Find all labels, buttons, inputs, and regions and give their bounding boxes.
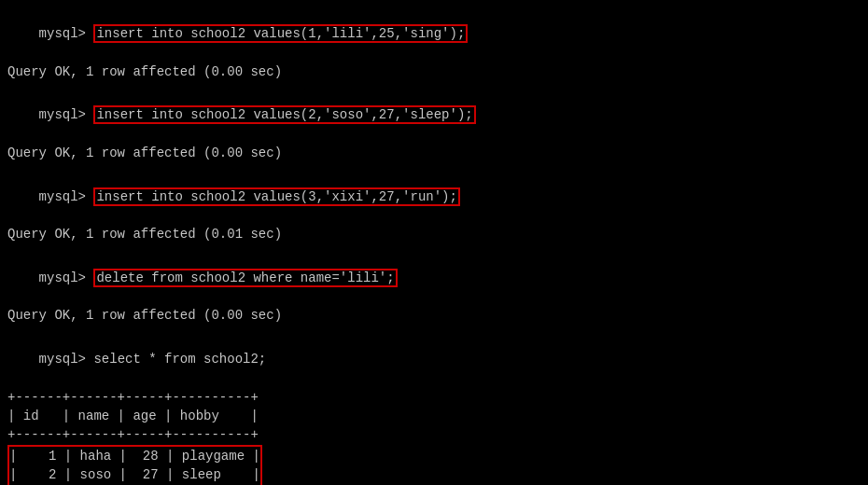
table-row-2: | 2 | soso | 27 | sleep |	[9, 465, 260, 484]
cmd-highlight-3: insert into school2 values(3,'xixi',27,'…	[93, 187, 459, 206]
cmd-5: select * from school2;	[93, 352, 266, 367]
table-header-row: | id | name | age | hobby |	[7, 407, 861, 425]
table-row-1: | 1 | haha | 28 | playgame |	[9, 447, 260, 465]
table-border-top: +------+------+-----+----------+	[7, 388, 861, 407]
command-line-5: mysql> select * from school2;	[7, 331, 861, 388]
terminal-window: mysql> insert into school2 values(1,'lil…	[7, 6, 861, 479]
command-line-2: mysql> insert into school2 values(2,'sos…	[7, 87, 861, 144]
command-line-3: mysql> insert into school2 values(3,'xix…	[7, 168, 861, 225]
result-4: Query OK, 1 row affected (0.00 sec)	[7, 306, 861, 325]
prompt-3: mysql>	[39, 189, 94, 204]
table-data-highlighted: | 1 | haha | 28 | playgame | | 2 | soso …	[7, 445, 262, 485]
cmd-highlight-1: insert into school2 values(1,'lili',25,'…	[93, 24, 468, 43]
command-line-1: mysql> insert into school2 values(1,'lil…	[7, 6, 861, 62]
prompt-4: mysql>	[39, 270, 94, 285]
result-3: Query OK, 1 row affected (0.01 sec)	[7, 225, 861, 243]
prompt-1: mysql>	[39, 26, 94, 41]
result-2: Query OK, 1 row affected (0.00 sec)	[7, 144, 861, 162]
table-border-header: +------+------+-----+----------+	[7, 425, 861, 444]
cmd-highlight-2: insert into school2 values(2,'soso',27,'…	[93, 105, 475, 124]
command-line-4: mysql> delete from school2 where name='l…	[7, 250, 861, 307]
result-1: Query OK, 1 row affected (0.00 sec)	[7, 62, 861, 81]
prompt-2: mysql>	[39, 107, 94, 122]
prompt-5: mysql>	[39, 352, 94, 367]
cmd-highlight-4: delete from school2 where name='lili';	[93, 269, 397, 287]
